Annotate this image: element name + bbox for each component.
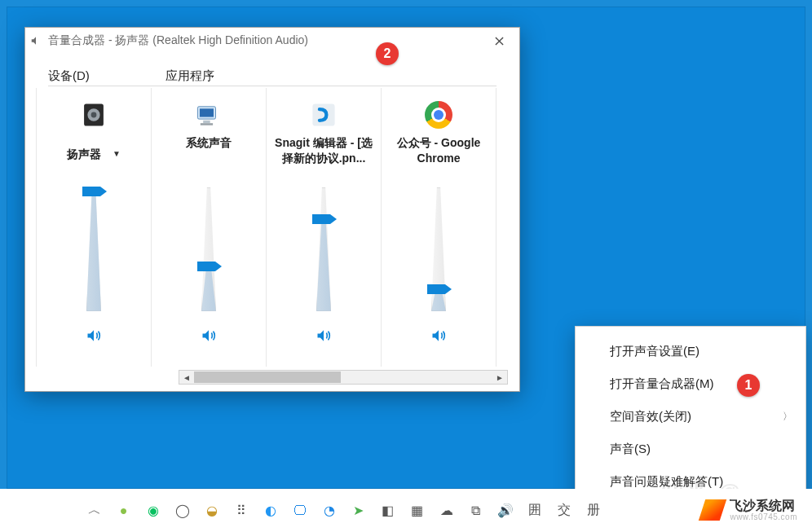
svg-rect-7 [203,121,210,123]
app-mute-button-1[interactable] [312,326,335,345]
app-icon-0[interactable] [195,98,223,132]
ctx-label: 空间音效(关闭) [610,409,691,424]
ctx-open-sound-settings[interactable]: 打开声音设置(E) [576,335,805,367]
svg-point-4 [91,112,97,118]
speaker-icon [430,328,448,344]
tray-app-icon-1[interactable]: ● [116,503,132,519]
tray-app-icon-3[interactable]: ◯ [174,503,191,519]
snagit-icon [310,101,338,129]
tray-onedrive-icon[interactable]: ☁ [439,503,455,519]
ctx-label: 声音问题疑难解答(T) [610,474,723,490]
volume-mixer-window: 音量合成器 - 扬声器 (Realtek High Definition Aud… [24,27,520,392]
app-column-0: 系统声音 [151,88,267,367]
slider-thumb[interactable] [82,187,100,196]
tray-ime-icon[interactable]: 囲 [527,503,543,519]
device-section-label: 设备(D) [48,68,165,86]
site-name: 飞沙系统网 [730,499,797,513]
scroll-left-arrow[interactable]: ◄ [179,371,194,384]
app-icon-1[interactable] [310,98,338,132]
tray-app-icon-16[interactable]: 交 [556,503,572,519]
tray-app-icon-17[interactable]: 册 [585,503,602,519]
tray-cursor-icon[interactable]: ➤ [351,503,367,519]
tray-wechat-icon[interactable]: ◉ [145,503,161,519]
annotation-badge-2: 2 [376,42,399,65]
ctx-sound[interactable]: 声音(S) [576,433,805,465]
tray-monitor-icon[interactable]: 🖵 [292,503,308,519]
device-mute-button[interactable] [82,326,105,345]
app-volume-slider-0[interactable] [199,187,218,311]
tray-app-icon-4[interactable]: ◒ [204,503,220,519]
ctx-label: 打开音量合成器(M) [610,376,714,392]
tray-volume-icon[interactable]: 🔊 [497,503,514,519]
app-column-2: 公众号 - Google Chrome [381,88,496,367]
close-button[interactable] [483,29,514,53]
site-brand: 飞沙系统网 www.fs0745.com [687,499,812,521]
chevron-right-icon: 〉 [783,410,792,424]
svg-rect-6 [200,108,214,117]
device-volume-slider[interactable] [84,187,104,311]
speaker-title-icon [30,35,42,46]
annotation-badge-1: 1 [737,374,760,397]
site-url: www.fs0745.com [730,513,797,522]
tray-app-icon-5[interactable]: ⠿ [233,503,249,519]
app-mute-button-2[interactable] [427,326,450,345]
app-column-1: Snagit 编辑器 - [选择新的协议.pn... [266,88,382,367]
slider-thumb[interactable] [427,284,445,294]
tray-edge-icon[interactable]: ◔ [321,503,338,519]
chevron-down-icon: ▼ [113,148,121,160]
ctx-label: 打开声音设置(E) [610,344,699,359]
device-column: 扬声器 ▼ [36,88,152,367]
app-label-0: 系统声音 [155,135,263,173]
slider-thumb[interactable] [312,214,330,224]
device-name: 扬声器 [67,147,101,162]
speaker-icon [315,328,333,344]
chrome-icon [425,101,452,129]
titlebar[interactable]: 音量合成器 - 扬声器 (Realtek High Definition Aud… [25,28,519,54]
site-logo-icon [699,499,726,521]
tray-devices-icon[interactable]: ⧉ [468,503,484,519]
system-sounds-icon [195,101,223,129]
app-label-1: Snagit 编辑器 - [选择新的协议.pn... [270,135,377,173]
section-headers: 设备(D) 应用程序 [25,54,519,88]
volume-context-menu: 打开声音设置(E) 打开音量合成器(M) 空间音效(关闭) 〉 声音(S) 声音… [575,326,806,507]
app-volume-slider-2[interactable] [429,187,448,311]
svg-rect-9 [312,103,334,125]
speaker-device-icon [80,101,108,129]
ctx-label: 声音(S) [610,442,651,457]
app-icon-2[interactable] [425,98,452,132]
svg-rect-8 [201,123,213,125]
app-label-2: 公众号 - Google Chrome [385,135,492,173]
speaker-icon [85,328,103,344]
slider-thumb[interactable] [197,262,215,271]
ctx-open-volume-mixer[interactable]: 打开音量合成器(M) [576,367,805,400]
app-mute-button-0[interactable] [197,326,220,345]
tray-app-icon-6[interactable]: ◐ [263,503,279,519]
horizontal-scrollbar[interactable]: ◄ ► [179,370,508,385]
speaker-icon [200,328,218,344]
window-title: 音量合成器 - 扬声器 (Realtek High Definition Aud… [48,33,483,48]
taskbar-tray: ︿ ● ◉ ◯ ◒ ⠿ ◐ 🖵 ◔ ➤ ◧ ▦ ☁ ⧉ 🔊 囲 交 册 [0,489,687,532]
ctx-spatial-sound[interactable]: 空间音效(关闭) 〉 [576,400,805,433]
apps-section-label: 应用程序 [165,68,496,86]
tray-app-icon-10[interactable]: ◧ [380,503,396,519]
scrollbar-thumb[interactable] [194,372,341,383]
app-volume-slider-1[interactable] [314,187,333,311]
device-icon-wrap[interactable] [80,98,108,132]
device-select[interactable]: 扬声器 ▼ [40,135,148,173]
watermark-band: ︿ ● ◉ ◯ ◒ ⠿ ◐ 🖵 ◔ ➤ ◧ ▦ ☁ ⧉ 🔊 囲 交 册 飞沙系统… [0,489,812,532]
close-icon [495,37,504,46]
tray-app-icon-11[interactable]: ▦ [409,503,426,519]
tray-chevron-up-icon[interactable]: ︿ [86,503,103,519]
mixer-body: 扬声器 ▼ 系统声音 [25,88,519,367]
scroll-right-arrow[interactable]: ► [492,371,507,384]
